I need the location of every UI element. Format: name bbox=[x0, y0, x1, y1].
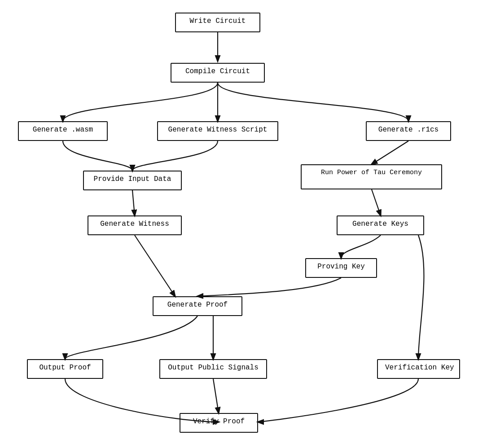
svg-line-3 bbox=[372, 141, 408, 164]
verify-proof-box: Verify Proof bbox=[180, 413, 258, 433]
svg-line-4 bbox=[372, 189, 381, 215]
diagram-container: Write Circuit Compile Circuit Generate .… bbox=[0, 0, 487, 448]
generate-witness-box: Generate Witness bbox=[88, 215, 182, 235]
generate-r1cs-box: Generate .r1cs bbox=[366, 121, 451, 141]
output-proof-box: Output Proof bbox=[27, 359, 103, 379]
proving-key-box: Proving Key bbox=[305, 258, 377, 278]
write-circuit-box: Write Circuit bbox=[175, 13, 260, 32]
output-public-signals-box: Output Public Signals bbox=[159, 359, 267, 379]
provide-input-box: Provide Input Data bbox=[83, 171, 182, 190]
verification-key-box: Verification Key bbox=[377, 359, 460, 379]
generate-proof-box: Generate Proof bbox=[153, 296, 242, 316]
run-power-tau-box: Run Power of Tau Ceremony bbox=[301, 164, 442, 189]
svg-line-2 bbox=[132, 190, 135, 215]
generate-witness-script-box: Generate Witness Script bbox=[157, 121, 278, 141]
generate-keys-box: Generate Keys bbox=[337, 215, 424, 235]
generate-wasm-box: Generate .wasm bbox=[18, 121, 108, 141]
compile-circuit-box: Compile Circuit bbox=[171, 63, 265, 83]
svg-line-7 bbox=[213, 379, 219, 413]
svg-line-5 bbox=[135, 235, 175, 296]
